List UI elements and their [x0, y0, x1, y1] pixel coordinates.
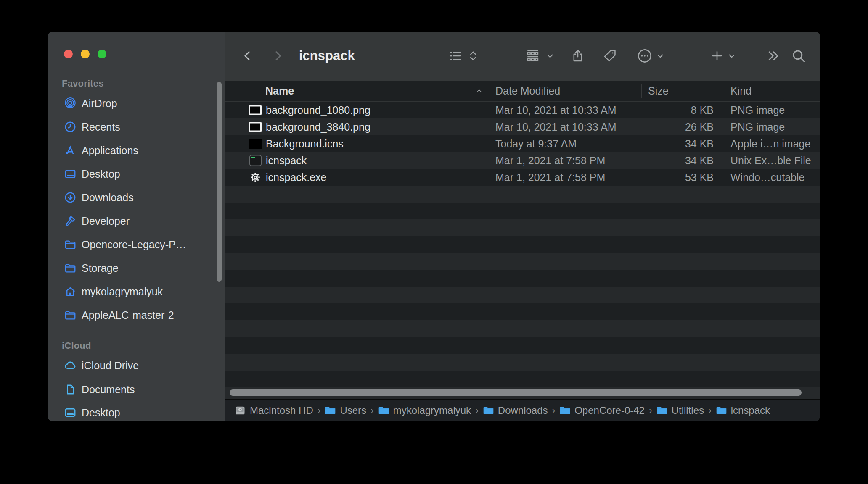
- sidebar-item-recents[interactable]: Recents: [48, 115, 225, 139]
- file-size: 26 KB: [641, 118, 714, 135]
- path-label: OpenCore-0-42: [574, 405, 645, 416]
- path-separator: ›: [649, 405, 652, 416]
- file-kind: PNG image: [730, 118, 785, 135]
- sort-ascending-icon: [476, 87, 483, 95]
- toolbar-overflow-icon[interactable]: [765, 47, 782, 64]
- sidebar-item-home[interactable]: mykolagrymalyuk: [48, 280, 225, 303]
- sidebar-item-opencore-legacy[interactable]: Opencore-Legacy-P…: [48, 233, 225, 256]
- path-separator: ›: [370, 405, 374, 416]
- file-name: icnspack: [266, 152, 307, 169]
- table-row[interactable]: icnspack Mar 1, 2021 at 7:58 PM 34 KB Un…: [225, 152, 820, 169]
- path-item[interactable]: icnspack: [716, 405, 770, 416]
- toolbar: icnspack: [225, 32, 820, 81]
- sidebar-item-label: Storage: [82, 262, 119, 274]
- chevron-down-icon[interactable]: [726, 47, 738, 64]
- path-item[interactable]: Downloads: [483, 405, 548, 416]
- sidebar-item-developer[interactable]: Developer: [48, 209, 225, 233]
- column-divider[interactable]: [641, 84, 642, 98]
- path-separator: ›: [318, 405, 321, 416]
- folder-icon: [63, 262, 78, 274]
- file-kind: Unix Ex…ble File: [730, 152, 811, 169]
- path-label: Users: [340, 405, 366, 416]
- sidebar-item-applealc[interactable]: AppleALC-master-2: [48, 303, 225, 327]
- table-row[interactable]: Background.icns Today at 9:37 AM 34 KB A…: [225, 135, 820, 152]
- desktop-background: { "window": { "title": "icnspack" }, "si…: [0, 0, 868, 484]
- file-date: Mar 1, 2021 at 7:58 PM: [495, 169, 605, 186]
- sidebar-item-label: Documents: [82, 384, 135, 396]
- table-row[interactable]: icnspack.exe Mar 1, 2021 at 7:58 PM 53 K…: [225, 169, 820, 186]
- desktop-icon: [63, 168, 78, 180]
- sidebar-item-downloads[interactable]: Downloads: [48, 186, 225, 209]
- tag-icon[interactable]: [601, 47, 618, 64]
- file-size: 8 KB: [641, 102, 714, 118]
- app-store-icon: [63, 144, 78, 157]
- zoom-button[interactable]: [98, 50, 106, 58]
- minimize-button[interactable]: [81, 50, 90, 58]
- folder-icon: [325, 405, 336, 416]
- sidebar-scrollbar[interactable]: [217, 82, 222, 282]
- file-list: background_1080.png Mar 10, 2021 at 10:3…: [225, 102, 820, 399]
- folder-icon: [559, 405, 571, 416]
- path-item[interactable]: Macintosh HD: [234, 405, 313, 416]
- path-label: Utilities: [672, 405, 704, 416]
- file-date: Mar 1, 2021 at 7:58 PM: [495, 152, 605, 169]
- file-size: 34 KB: [641, 152, 714, 169]
- column-header-date[interactable]: Date Modified: [495, 81, 560, 101]
- path-label: icnspack: [731, 405, 770, 416]
- path-separator: ›: [708, 405, 712, 416]
- path-item[interactable]: Users: [325, 405, 366, 416]
- download-circle-icon: [63, 191, 78, 204]
- gear-file-icon: [248, 171, 263, 184]
- document-icon: [63, 383, 78, 396]
- chevron-down-icon[interactable]: [654, 47, 666, 64]
- sidebar-item-label: Desktop: [82, 407, 120, 419]
- sidebar-item-desktop[interactable]: Desktop: [48, 162, 225, 186]
- search-icon[interactable]: [790, 47, 807, 64]
- file-kind: Windo…cutable: [730, 169, 804, 186]
- sidebar-item-airdrop[interactable]: AirDrop: [48, 92, 225, 115]
- file-size: 34 KB: [641, 135, 714, 152]
- folder-icon: [483, 405, 494, 416]
- sidebar-item-label: Recents: [82, 121, 120, 133]
- image-file-icon: [248, 105, 263, 115]
- chevron-down-icon[interactable]: [544, 47, 556, 64]
- file-kind: PNG image: [730, 102, 785, 118]
- path-label: mykolagrymalyuk: [393, 405, 471, 416]
- folder-icon: [378, 405, 389, 416]
- column-header-kind[interactable]: Kind: [730, 81, 752, 101]
- table-row[interactable]: background_1080.png Mar 10, 2021 at 10:3…: [225, 102, 820, 118]
- list-view-icon[interactable]: [447, 47, 464, 64]
- file-name: background_3840.png: [266, 118, 370, 135]
- sidebar: Favorites AirDrop Recents Application: [48, 32, 225, 421]
- column-divider[interactable]: [490, 84, 490, 98]
- sidebar-item-applications[interactable]: Applications: [48, 139, 225, 162]
- sidebar-item-icloud-drive[interactable]: iCloud Drive: [48, 354, 225, 377]
- column-header-size[interactable]: Size: [648, 81, 669, 101]
- column-header-name[interactable]: Name: [265, 81, 294, 101]
- column-divider[interactable]: [724, 84, 724, 98]
- group-by-icon[interactable]: [524, 47, 541, 64]
- table-row[interactable]: background_3840.png Mar 10, 2021 at 10:3…: [225, 118, 820, 135]
- file-name: background_1080.png: [266, 102, 370, 118]
- more-actions-icon[interactable]: [636, 47, 653, 64]
- path-item[interactable]: mykolagrymalyuk: [378, 405, 471, 416]
- horizontal-scrollbar[interactable]: [230, 389, 802, 396]
- back-button[interactable]: [239, 47, 256, 64]
- add-icon[interactable]: [709, 47, 725, 64]
- sidebar-item-documents[interactable]: Documents: [48, 378, 225, 401]
- view-mode-stepper-icon[interactable]: [467, 47, 479, 64]
- path-item[interactable]: OpenCore-0-42: [559, 405, 645, 416]
- sidebar-item-icloud-desktop[interactable]: Desktop: [48, 401, 225, 421]
- sidebar-item-label: iCloud Drive: [82, 360, 139, 372]
- file-size: 53 KB: [641, 169, 714, 186]
- sidebar-item-label: AirDrop: [82, 97, 117, 110]
- terminal-file-icon: [248, 155, 263, 166]
- forward-button[interactable]: [269, 47, 286, 64]
- close-button[interactable]: [64, 50, 73, 58]
- file-kind: Apple i…n image: [730, 135, 810, 152]
- path-separator: ›: [475, 405, 479, 416]
- path-label: Macintosh HD: [250, 405, 313, 416]
- path-item[interactable]: Utilities: [656, 405, 704, 416]
- share-icon[interactable]: [569, 47, 586, 64]
- sidebar-item-storage[interactable]: Storage: [48, 256, 225, 280]
